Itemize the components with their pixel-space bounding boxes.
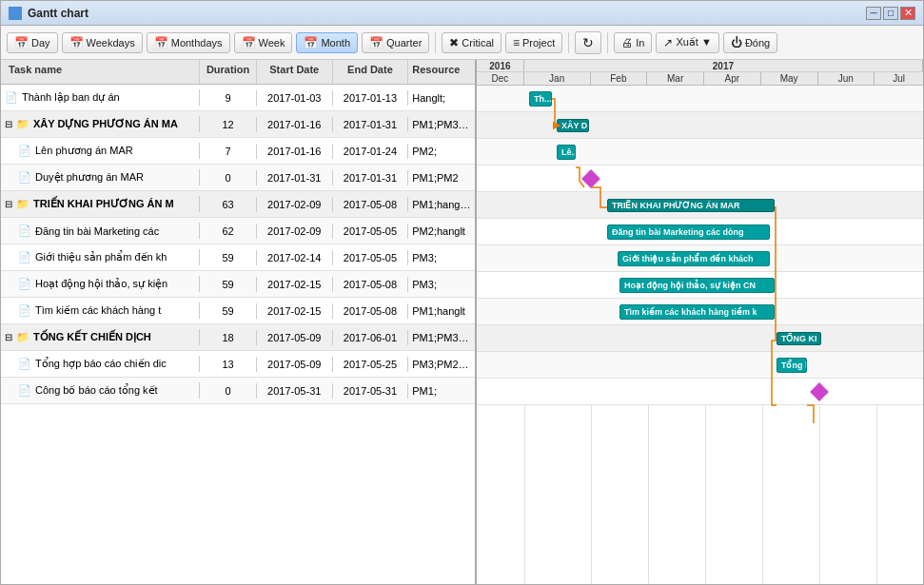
task-duration: 7 [200,144,257,159]
header-duration: Duration [200,60,257,84]
bar-tong-ket[interactable]: TỔNG KI [777,332,821,345]
restore-button[interactable]: □ [883,7,898,20]
task-end: 2017-01-31 [333,117,409,132]
expand-icon3[interactable]: ⊟ [5,332,12,342]
task-duration: 59 [200,303,257,319]
refresh-button[interactable]: ↻ [575,31,601,54]
bar-label: Tổng h [781,361,807,370]
month-jun: Jun [818,72,875,85]
bar-tim-kiem[interactable]: Tìm kiếm các khách hàng tiềm k [619,304,775,320]
task-icon8: 📄 [18,358,31,370]
calendar-icon4: 📅 [242,36,256,49]
task-end: 2017-01-24 [333,144,409,159]
task-name: TRIỂN KHAI PHƯƠNG ÁN M [33,198,174,210]
gantt-header: 2016 2017 Dec Jan Feb Mar Apr May Jun Ju… [477,60,923,86]
day-button[interactable]: 📅 Day [7,32,58,53]
week-button[interactable]: 📅 Week [234,32,293,53]
minimize-button[interactable]: ─ [866,7,881,20]
table-row: 📄 Tìm kiếm các khách hàng t 59 2017-02-1… [1,298,475,324]
bar-label: Lê... [561,147,576,157]
print-icon: 🖨 [621,36,633,49]
bar-label: XÂY D... [561,121,589,130]
task-end: 2017-06-01 [333,330,409,345]
task-name: Tìm kiếm các khách hàng t [35,304,161,317]
bar-hoat-dong[interactable]: Hoạt động hội thảo, sự kiện CN [619,278,775,293]
window-title: Gantt chart [28,7,88,20]
task-name: XÂY DỰNG PHƯƠNG ÁN MA [33,118,178,130]
quarter-button[interactable]: 📅 Quarter [362,32,429,53]
task-icon5: 📄 [18,251,31,263]
bar-gioi-thieu[interactable]: Giới thiệu sản phẩm đến khách [618,251,770,266]
year-header-row: 2016 2017 [477,60,923,72]
monthdays-button[interactable]: 📅 Monthdays [147,32,230,53]
table-row: 📄 Giới thiệu sản phẩm đến kh 59 2017-02-… [1,244,475,271]
task-start: 2017-01-03 [257,90,333,106]
milestone-duyet-pa[interactable] [581,169,600,188]
table-row: ⊟ 📁 XÂY DỰNG PHƯƠNG ÁN MA 12 2017-01-16 … [1,111,475,138]
print-label: In [636,37,644,49]
month-may: May [761,72,818,85]
milestone-cong-bo[interactable] [810,382,829,401]
gantt-row-10: Tổng h [477,352,923,379]
task-start: 2017-02-15 [257,303,333,319]
export-button[interactable]: ↗ Xuất ▼ [656,32,718,53]
header-task: Task name [1,60,200,84]
weekdays-label: Weekdays [87,37,135,49]
task-name: Công bố báo cáo tổng kết [35,384,158,397]
table-row: 📄 Lên phương án MAR 7 2017-01-16 2017-01… [1,138,475,165]
task-duration: 59 [200,250,257,265]
month-header-row: Dec Jan Feb Mar Apr May Jun Jul [477,72,923,85]
table-row: ⊟ 📁 TRIỂN KHAI PHƯƠNG ÁN M 63 2017-02-09… [1,191,475,218]
task-name-cell: 📄 Công bố báo cáo tổng kết [1,382,200,399]
header-end: End Date [333,60,409,84]
bar-dang-tin[interactable]: Đăng tin bài Marketing các dòng [607,224,770,240]
task-end: 2017-05-05 [333,224,409,239]
gantt-row-8: Tìm kiếm các khách hàng tiềm k [477,299,923,325]
bar-len-pa[interactable]: Lê... [557,145,576,160]
table-row: ⊟ 📁 TỔNG KẾT CHIẾN DỊCH 18 2017-05-09 20… [1,324,475,351]
refresh-icon: ↻ [582,35,594,50]
gantt-row-5: Đăng tin bài Marketing các dòng [477,219,923,245]
table-row: 📄 Thành lập ban dự án 9 2017-01-03 2017-… [1,85,475,111]
project-button[interactable]: ≡ Project [505,32,562,53]
calendar-icon2: 📅 [69,36,84,49]
task-name-cell: ⊟ 📁 TRIỂN KHAI PHƯƠNG ÁN M [1,196,200,212]
task-start: 2017-05-09 [257,357,333,372]
print-button[interactable]: 🖨 In [614,32,652,53]
task-start: 2017-01-31 [257,170,333,185]
sep2 [568,32,569,53]
bar-xay-dung[interactable]: XÂY D... [557,119,589,132]
bar-tong-hop[interactable]: Tổng h [777,358,807,373]
task-name-cell: 📄 Lên phương án MAR [1,143,200,159]
weekdays-button[interactable]: 📅 Weekdays [62,32,143,53]
bar-label: Tìm kiếm các khách hàng tiềm k [624,307,757,317]
title-bar-left: Gantt chart [9,7,88,20]
close-btn[interactable]: ⏻ Đóng [723,32,777,53]
folder-icon3: 📁 [16,331,29,343]
toolbar: 📅 Day 📅 Weekdays 📅 Monthdays 📅 Week 📅 Mo… [1,26,923,60]
critical-button[interactable]: ✖ Critical [442,32,501,53]
header-start: Start Date [257,60,333,84]
close-button[interactable]: ✕ [900,7,915,20]
task-end: 2017-05-25 [333,357,409,372]
app-icon [9,7,22,20]
expand-icon2[interactable]: ⊟ [5,199,12,209]
bar-label: Th... [534,94,552,104]
task-duration: 62 [200,224,257,239]
task-end: 2017-01-31 [333,170,409,185]
table-body: 📄 Thành lập ban dự án 9 2017-01-03 2017-… [1,85,475,584]
month-apr: Apr [704,72,761,85]
bar-trien-khai[interactable]: TRIỂN KHAI PHƯƠNG ÁN MAR [607,199,775,212]
bar-label: TRIỂN KHAI PHƯƠNG ÁN MAR [612,201,740,210]
task-duration: 0 [200,383,257,399]
gantt-row-11 [477,379,923,405]
expand-icon[interactable]: ⊟ [5,119,12,129]
month-button[interactable]: 📅 Month [296,32,358,53]
bar-thanh-lap[interactable]: Th... [529,91,552,107]
task-name: Đăng tin bài Marketing các [35,225,159,237]
task-icon6: 📄 [18,278,31,290]
folder-icon: 📁 [16,118,29,130]
gantt-row-1: XÂY D... [477,112,923,139]
critical-label: Critical [462,37,494,49]
month-feb: Feb [591,72,648,85]
